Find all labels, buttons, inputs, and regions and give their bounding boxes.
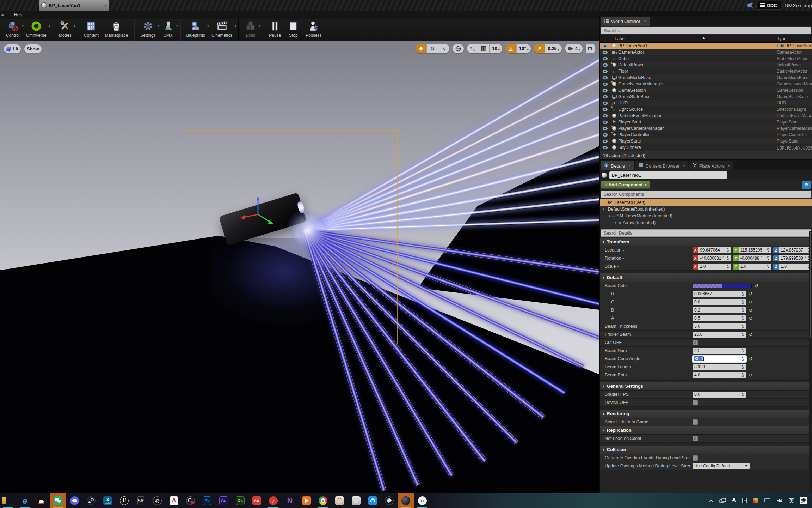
scale-tool-button[interactable]: ↘	[438, 44, 449, 53]
grid-snap-button[interactable]	[478, 44, 490, 53]
visibility-toggle[interactable]	[600, 108, 610, 111]
reset-to-default-icon[interactable]: ↺	[749, 332, 753, 337]
outliner-row-hud[interactable]: HUD HUD	[600, 100, 812, 106]
camera-speed-button[interactable]: 4▾	[565, 44, 583, 53]
taskbar-unreal-white[interactable]: u	[414, 493, 431, 508]
rotate-tool-button[interactable]: ↻	[427, 44, 438, 53]
value-spinner-icon[interactable]: ◤◢	[767, 265, 770, 268]
outliner-row-gamenetworkmanager[interactable]: GameNetworkManager GameNetworkManager	[600, 81, 812, 87]
beam-num-field[interactable]: 20◤◢	[693, 348, 746, 354]
menu-help[interactable]: Help	[14, 12, 23, 17]
taskbar-n-app[interactable]: N	[282, 493, 298, 508]
value-spinner-icon[interactable]: ◤◢	[742, 316, 745, 320]
visibility-toggle[interactable]	[600, 139, 610, 143]
tray-lang-en[interactable]: 英	[789, 497, 794, 504]
tab-place-actors[interactable]: Place Actors▾	[689, 161, 733, 170]
add-component-button[interactable]: + Add Component▾	[601, 181, 650, 189]
section-replication[interactable]: ▾Replication	[600, 426, 812, 435]
visibility-toggle[interactable]	[600, 76, 610, 80]
toolbar-button-blueprints[interactable]: ▾ Blueprints	[183, 19, 208, 41]
outliner-row-gamestatebase[interactable]: GameStateBase GameStateBase	[600, 93, 812, 100]
tab-content-browser[interactable]: Content Browser▾	[635, 161, 688, 170]
outliner-column-headers[interactable]: Label ▲ Type	[600, 35, 812, 43]
visibility-toggle[interactable]	[600, 69, 610, 73]
taskbar-youdao[interactable]: 有道	[248, 493, 265, 508]
taskbar-3dsmax[interactable]: 3MAX	[99, 493, 116, 508]
toolbar-button-omniverse[interactable]: ▾ Omniverse	[23, 19, 50, 41]
net-load-on-client-checkbox[interactable]: ✓	[693, 436, 698, 441]
update-overlaps-method-during-level-streaming-dropdown[interactable]: Use Config Default▼	[693, 463, 750, 469]
beam-color-swatch[interactable]	[693, 284, 752, 288]
toolbar-button-dmx[interactable]: ▾ DMX	[159, 19, 177, 41]
translate-tool-button[interactable]: ✥	[416, 44, 427, 53]
device-off-checkbox[interactable]	[693, 400, 698, 405]
column-type[interactable]: Type	[777, 36, 812, 41]
tray-microphone[interactable]	[732, 498, 736, 503]
shutter-fps-field[interactable]: 0.0◤◢	[693, 392, 746, 398]
column-label[interactable]: Label	[600, 36, 777, 41]
section-default[interactable]: ▾Default	[600, 273, 812, 282]
visibility-toggle[interactable]	[600, 95, 610, 99]
outliner-row-light-source[interactable]: ☼ Light Source DirectionalLight	[600, 106, 812, 113]
taskbar-dark-globe[interactable]	[398, 493, 414, 508]
location-z-field[interactable]: 124.867287◤◢	[779, 247, 812, 253]
taskbar-chrome[interactable]	[315, 493, 331, 508]
visibility-toggle[interactable]	[600, 120, 610, 124]
grid-snap-value[interactable]: 10▾	[490, 44, 502, 53]
scale-snap-value[interactable]: 0.25▾	[545, 44, 561, 53]
transform-gizmo[interactable]	[237, 193, 279, 235]
taskbar-steam[interactable]	[83, 493, 99, 508]
tray-speaker[interactable]	[777, 498, 783, 503]
taskbar-unreal-circle[interactable]: U	[116, 493, 133, 508]
outliner-search-input[interactable]: Search...	[601, 27, 811, 34]
taskbar-netease-music[interactable]: ♪	[265, 493, 282, 508]
visibility-toggle[interactable]	[600, 50, 610, 54]
component-defaultsceneroot-inherited[interactable]: ▾ DefaultSceneRoot (Inherited)	[600, 206, 812, 212]
visibility-toggle[interactable]	[600, 82, 610, 86]
beam-cone-angle-field[interactable]: 80.0◤◢	[693, 356, 746, 362]
outliner-row-bp-laseryao1[interactable]: BP_LaserYao1 Edit BP_LaserYao1	[600, 43, 812, 49]
value-spinner-icon[interactable]: ◤◢	[742, 308, 745, 312]
taskbar-game-avatar-2[interactable]	[348, 493, 364, 508]
taskbar-swirl-app[interactable]	[381, 493, 398, 508]
scale-y-field[interactable]: 1.0◤◢	[739, 264, 772, 270]
taskbar-edge[interactable]: e	[17, 493, 33, 508]
edit-blueprint-link[interactable]: Edit BP_Sky_Sphere	[777, 145, 812, 150]
outliner-row-cameraactor[interactable]: CameraActor CameraActor	[600, 49, 812, 55]
tray-dual-screens[interactable]	[719, 498, 726, 503]
dropdown-caret-icon[interactable]: ▾	[49, 24, 50, 28]
tray-chevron-up[interactable]	[708, 499, 713, 502]
reset-to-default-icon[interactable]: ↺	[755, 283, 758, 289]
tab-close-icon[interactable]: ✕	[644, 19, 647, 23]
toolbar-button-pause[interactable]: Pause	[266, 19, 284, 41]
scale-snap-button[interactable]: ↗	[534, 44, 545, 53]
location-x-field[interactable]: 99.647064◤◢	[698, 247, 731, 253]
level-tab-close-icon[interactable]: x	[105, 3, 107, 7]
visibility-toggle[interactable]	[600, 146, 610, 150]
value-spinner-icon[interactable]: ◤◢	[727, 256, 730, 260]
rotation-y-field[interactable]: -0.000488 °◤◢	[739, 255, 772, 261]
reset-to-default-icon[interactable]: ↺	[749, 316, 753, 321]
outliner-row-gamemodebase[interactable]: GameModeBase GameModeBase	[600, 74, 812, 81]
toolbar-button-marketplace[interactable]: Marketplace	[102, 19, 131, 41]
visibility-toggle[interactable]	[600, 127, 610, 131]
location-y-field[interactable]: 115.155205◤◢	[739, 247, 772, 253]
surface-snap-button[interactable]	[467, 44, 478, 53]
maximize-viewport-button[interactable]	[585, 44, 595, 53]
taskbar-dimension[interactable]: Ds	[232, 493, 248, 508]
reset-to-default-icon[interactable]: ↺	[749, 291, 753, 297]
outliner-row-player-start[interactable]: ⚑ Player Start PlayerStart	[600, 119, 812, 125]
tray-display[interactable]	[764, 498, 771, 503]
rotation-x-field[interactable]: -40.000031 °◤◢	[698, 255, 731, 261]
taskbar-discord[interactable]	[66, 493, 83, 508]
g-field[interactable]: 0.0◤◢	[693, 299, 746, 305]
taskbar-after-effects[interactable]: Ae	[215, 493, 232, 508]
toolbar-button-control[interactable]: ▾ Control	[3, 19, 23, 41]
viewport[interactable]: Lit Show ✥ ↻ ↘ 10▾	[0, 41, 599, 493]
lit-mode-button[interactable]: Lit	[4, 44, 21, 54]
section-collision[interactable]: ▾Collision	[600, 446, 812, 454]
outliner-row-playercameramanager[interactable]: PlayerCameraManager PlayerCameraManager	[600, 125, 812, 132]
reset-to-default-icon[interactable]: ↺	[749, 373, 753, 378]
blueprint-gear-button[interactable]: ⚙	[802, 181, 811, 189]
actor-name-input[interactable]: BP_LaserYao1	[609, 171, 727, 179]
